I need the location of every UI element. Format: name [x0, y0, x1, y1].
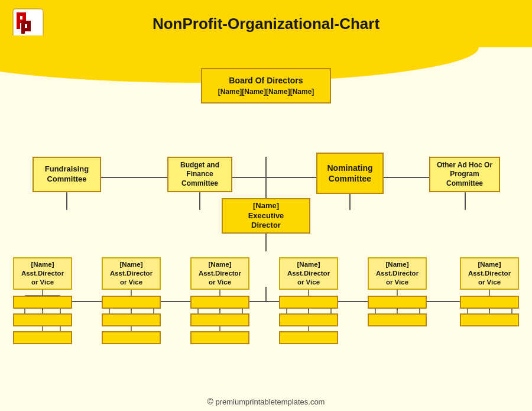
- executive-director-box: [Name]ExecutiveDirector: [222, 198, 310, 234]
- asst-director-6: [Name]Asst.Directoror Vice: [460, 257, 519, 290]
- asst-director-5: [Name]Asst.Directoror Vice: [368, 257, 427, 290]
- footer: © premiumprintabletemplates.com: [0, 397, 532, 406]
- logo-icon: [12, 8, 44, 40]
- other-committee-box: Other Ad Hoc OrProgramCommittee: [429, 157, 500, 192]
- page-title: NonProfit-Organizational-Chart: [44, 15, 520, 33]
- sub-box-1a: [13, 296, 72, 309]
- fundraising-label: Fundraising Committee: [45, 164, 89, 185]
- budget-committee-box: Budget andFinanceCommittee: [167, 157, 232, 192]
- sub-box-2b: [102, 313, 161, 326]
- nominating-committee-box: NominatingCommittee: [316, 153, 384, 194]
- sub-box-3c: [190, 331, 249, 344]
- board-label: Board Of Directors[Name][Name][Name][Nam…: [218, 75, 314, 97]
- sub-connectors: [0, 290, 532, 355]
- budget-label: Budget andFinanceCommittee: [180, 161, 219, 189]
- other-label: Other Ad Hoc OrProgramCommittee: [437, 161, 492, 189]
- footer-text: premiumprintabletemplates.com: [215, 397, 325, 406]
- sub-box-4c: [279, 331, 338, 344]
- header: NonProfit-Organizational-Chart: [0, 0, 532, 47]
- sub-box-4a: [279, 296, 338, 309]
- sub-box-3a: [190, 296, 249, 309]
- asst-director-3: [Name]Asst.Directoror Vice: [190, 257, 249, 290]
- asst-director-1: [Name]Asst.Directoror Vice: [13, 257, 72, 290]
- fundraising-committee-box: Fundraising Committee: [33, 157, 101, 192]
- sub-box-5b: [368, 313, 427, 326]
- nominating-label: NominatingCommittee: [327, 163, 373, 184]
- sub-box-3b: [190, 313, 249, 326]
- sub-box-1b: [13, 313, 72, 326]
- sub-box-5a: [368, 296, 427, 309]
- copyright-icon: ©: [207, 397, 213, 406]
- asst-director-4: [Name]Asst.Directoror Vice: [279, 257, 338, 290]
- sub-box-2c: [102, 331, 161, 344]
- sub-box-4b: [279, 313, 338, 326]
- asst-director-2: [Name]Asst.Directoror Vice: [102, 257, 161, 290]
- board-box: Board Of Directors[Name][Name][Name][Nam…: [201, 68, 331, 103]
- sub-box-6a: [460, 296, 519, 309]
- sub-box-1c: [13, 331, 72, 344]
- svg-rect-8: [27, 21, 31, 31]
- executive-label: [Name]ExecutiveDirector: [248, 201, 284, 231]
- sub-box-6b: [460, 313, 519, 326]
- sub-box-2a: [102, 296, 161, 309]
